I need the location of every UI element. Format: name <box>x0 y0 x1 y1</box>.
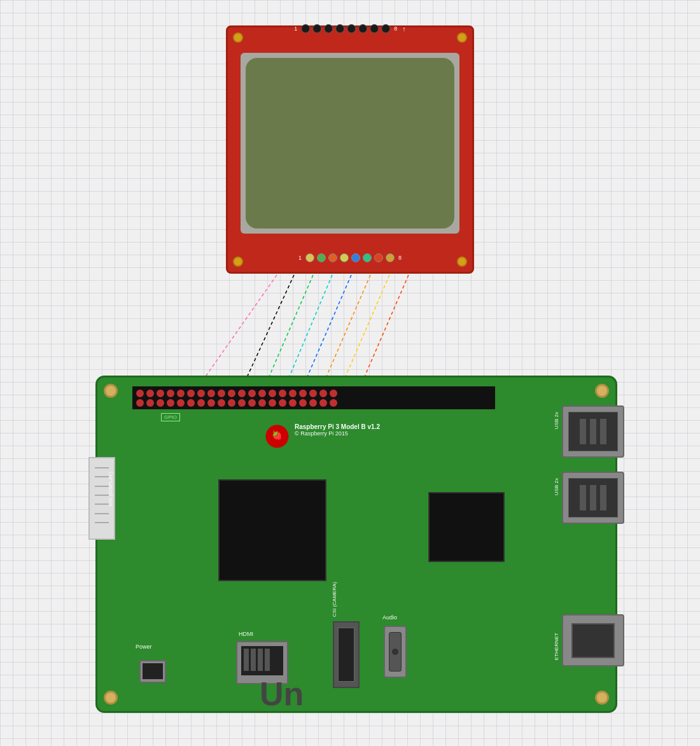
usb-bottom-label: USB 2x <box>554 478 559 495</box>
gpio-pin <box>218 399 225 407</box>
lcd-screw-tr <box>457 32 467 43</box>
gpio-label-box: GPIO <box>161 413 180 421</box>
svg-line-2 <box>264 275 313 388</box>
rpi-hole-bl <box>104 691 118 705</box>
rpi-hole-tl <box>104 384 118 398</box>
hdmi-prong <box>251 649 256 671</box>
gpio-header <box>132 386 495 409</box>
svg-text:🍓: 🍓 <box>272 430 283 441</box>
usb-prong <box>590 485 596 510</box>
usb-prong <box>600 419 606 444</box>
gpio-pin <box>269 399 276 407</box>
rpi-model-text: Raspberry Pi 3 Model B v1.2 <box>295 423 380 430</box>
hdmi-lines <box>241 646 283 673</box>
hdmi-inner <box>241 646 283 675</box>
gpio-pin <box>157 399 164 407</box>
ethernet-inner <box>571 623 615 658</box>
usb-top-label: USB 2x <box>554 412 559 429</box>
gpio-pin <box>319 399 327 407</box>
usb-port-bottom-inner <box>568 478 618 517</box>
lcd-top-pin-4 <box>335 24 344 33</box>
svg-line-5 <box>321 275 370 388</box>
audio-inner <box>389 632 402 672</box>
power-label: Power <box>136 644 152 650</box>
lcd-screw-br <box>457 257 467 267</box>
lcd-top-pin-label-1: 1 <box>294 25 297 32</box>
dsi-line <box>95 495 109 496</box>
gpio-pin <box>330 399 337 407</box>
usb-prong <box>580 419 586 444</box>
gpio-pin <box>309 390 317 397</box>
svg-line-1 <box>242 275 294 388</box>
rpi-secondary-chip <box>428 492 505 562</box>
dsi-lines <box>95 463 109 527</box>
usb-prongs-bottom <box>580 485 606 510</box>
gpio-pin <box>228 399 235 407</box>
gpio-pin <box>197 390 205 397</box>
rpi-main-chip <box>218 479 326 581</box>
lcd-top-pin-3 <box>324 24 333 33</box>
lcd-arrow-up: ↑ <box>402 25 406 32</box>
lcd-bottom-pin-7 <box>374 253 383 262</box>
audio-hole <box>392 649 398 655</box>
lcd-bottom-pin-6 <box>363 253 372 262</box>
lcd-screw-bl <box>233 257 243 267</box>
lcd-bottom-pin-5 <box>351 253 360 262</box>
gpio-pin <box>197 399 205 407</box>
power-port <box>139 660 166 683</box>
lcd-board: 1 8 ↑ 1 8 <box>226 25 474 274</box>
lcd-bottom-pin-1 <box>305 253 314 262</box>
gpio-pin <box>177 390 185 397</box>
gpio-pin <box>167 390 174 397</box>
gpio-pin <box>157 390 164 397</box>
dsi-line <box>95 467 109 468</box>
lcd-screen-container <box>241 53 459 234</box>
svg-line-6 <box>340 275 389 388</box>
raspberry-pi-board: GPIO 🍓 Raspberry Pi 3 Model B v1.2 © Ras… <box>95 376 617 713</box>
rpi-hole-tr <box>595 384 609 398</box>
lcd-top-pin-7 <box>370 24 379 33</box>
gpio-pin <box>136 390 144 397</box>
usb-prong <box>600 485 606 510</box>
audio-label: Audio <box>382 614 397 621</box>
gpio-row-top <box>136 390 491 397</box>
dsi-line <box>95 476 109 477</box>
lcd-bottom-pin-3 <box>328 253 337 262</box>
gpio-pin <box>167 399 174 407</box>
lcd-top-pin-5 <box>347 24 356 33</box>
gpio-pin <box>258 390 266 397</box>
gpio-pin <box>207 390 215 397</box>
rpi-model-info: Raspberry Pi 3 Model B v1.2 © Raspberry … <box>295 423 380 437</box>
csi-inner <box>338 628 354 682</box>
gpio-pin <box>218 390 225 397</box>
usb-port-top-inner <box>568 412 618 451</box>
lcd-screw-tl <box>233 32 243 43</box>
gpio-pin <box>299 399 307 407</box>
svg-line-0 <box>197 275 277 388</box>
gpio-pin <box>289 399 297 407</box>
gpio-pin <box>136 399 144 407</box>
rpi-logo-svg: 🍓 <box>263 422 291 451</box>
dsi-line <box>95 522 109 523</box>
gpio-pin <box>187 390 195 397</box>
gpio-pin <box>228 390 235 397</box>
dsi-line <box>95 486 109 487</box>
lcd-top-pin-8 <box>381 24 390 33</box>
gpio-pin <box>248 399 256 407</box>
gpio-pin <box>248 390 256 397</box>
svg-line-7 <box>360 275 409 388</box>
gpio-pin <box>289 390 297 397</box>
dsi-line <box>95 513 109 514</box>
gpio-pin <box>279 390 286 397</box>
hdmi-prong <box>265 649 270 671</box>
gpio-pin <box>299 390 307 397</box>
gpio-pin <box>279 399 286 407</box>
ethernet-port <box>562 614 624 666</box>
gpio-row-bottom <box>136 399 491 407</box>
csi-connector <box>333 621 360 688</box>
gpio-pin <box>269 390 276 397</box>
gpio-pin <box>238 390 246 397</box>
gpio-pin <box>330 390 337 397</box>
gpio-pin <box>146 399 154 407</box>
rpi-hole-br <box>595 691 609 705</box>
